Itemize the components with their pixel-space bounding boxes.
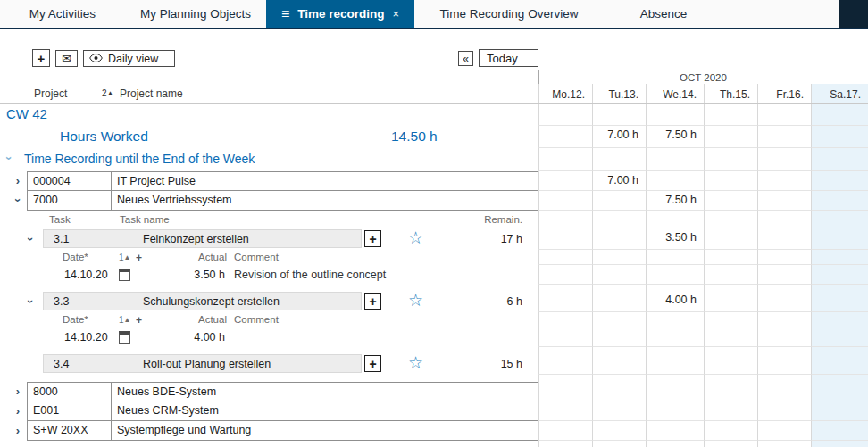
day-cell[interactable] xyxy=(538,291,592,312)
day-cell[interactable] xyxy=(592,401,646,421)
entry-actual-hours[interactable]: 3.50 h xyxy=(171,269,225,281)
day-cell[interactable] xyxy=(704,401,757,421)
day-cell[interactable] xyxy=(811,171,868,191)
day-cell[interactable] xyxy=(811,191,868,211)
task-code[interactable]: 3.1 xyxy=(54,233,69,245)
day-cell[interactable] xyxy=(704,382,757,401)
collapse-chevron-icon[interactable]: › xyxy=(29,295,32,308)
add-entry-button[interactable]: + xyxy=(364,230,381,247)
day-cell[interactable] xyxy=(646,401,704,421)
project-name-cell[interactable]: Neues BDE-System xyxy=(112,382,538,401)
day-cell[interactable] xyxy=(646,171,704,191)
day-cell[interactable] xyxy=(646,421,704,441)
day-cell[interactable] xyxy=(592,191,646,211)
day-cell[interactable] xyxy=(646,353,704,375)
day-cell[interactable] xyxy=(757,191,811,211)
column-header-project-name[interactable]: Project name xyxy=(120,87,183,100)
day-cell[interactable]: 7.50 h xyxy=(646,191,704,211)
project-name-cell[interactable]: Systempflege und Wartung xyxy=(112,421,538,441)
day-cell[interactable] xyxy=(704,353,757,375)
collapse-chevron-icon[interactable]: › xyxy=(7,152,11,165)
favorite-star-icon[interactable]: ☆ xyxy=(408,353,423,373)
day-cell[interactable] xyxy=(538,401,592,421)
tab-absence[interactable]: Absence xyxy=(604,0,723,28)
day-cell[interactable] xyxy=(646,382,704,401)
day-cell[interactable] xyxy=(538,382,592,401)
close-icon[interactable]: × xyxy=(393,7,400,21)
day-cell[interactable] xyxy=(538,171,592,191)
task-name[interactable]: Roll-out Planung erstellen xyxy=(143,358,271,370)
previous-button[interactable]: « xyxy=(458,51,473,66)
project-code-cell[interactable]: 7000 xyxy=(27,191,112,211)
collapse-chevron-icon[interactable]: › xyxy=(29,233,32,245)
tab-time-recording-overview[interactable]: Time Recording Overview xyxy=(414,0,604,28)
day-cell[interactable] xyxy=(592,353,646,375)
favorite-star-icon[interactable]: ☆ xyxy=(408,228,423,248)
view-select[interactable]: Daily view xyxy=(83,50,175,67)
day-cell[interactable] xyxy=(704,228,757,250)
tab-my-activities[interactable]: My Activities xyxy=(0,0,125,28)
project-name-cell[interactable]: Neues CRM-System xyxy=(112,401,538,421)
entry-date-field[interactable]: 14.10.20 xyxy=(64,269,108,281)
collapse-chevron-icon[interactable]: › xyxy=(13,194,23,207)
add-row-icon[interactable]: + xyxy=(136,252,142,264)
entry-date-field[interactable]: 14.10.20 xyxy=(64,331,108,344)
menu-icon[interactable]: ≡ xyxy=(281,6,289,22)
project-name-cell[interactable]: Neues Vertriebssystem xyxy=(112,191,538,211)
day-cell[interactable] xyxy=(592,421,646,441)
day-cell[interactable] xyxy=(811,382,868,401)
day-cell[interactable] xyxy=(757,382,811,401)
project-code-cell[interactable]: E001 xyxy=(27,401,112,421)
day-cell[interactable] xyxy=(592,291,646,312)
day-cell[interactable] xyxy=(811,401,868,421)
day-cell[interactable] xyxy=(704,171,757,191)
day-cell[interactable] xyxy=(538,353,592,375)
day-cell[interactable] xyxy=(592,382,646,401)
expand-chevron-icon[interactable]: › xyxy=(13,404,23,418)
calendar-icon[interactable] xyxy=(119,331,130,344)
favorite-star-icon[interactable]: ☆ xyxy=(408,291,423,310)
tab-my-planning-objects[interactable]: My Planning Objects xyxy=(125,0,266,28)
expand-chevron-icon[interactable]: › xyxy=(13,424,23,437)
day-cell[interactable] xyxy=(757,228,811,250)
day-cell[interactable]: 4.00 h xyxy=(646,291,704,312)
day-cell[interactable] xyxy=(811,228,868,250)
day-cell[interactable] xyxy=(704,421,757,441)
day-cell[interactable] xyxy=(538,421,592,441)
day-cell[interactable] xyxy=(704,191,757,211)
entry-comment[interactable]: Revision of the outline concept xyxy=(234,269,386,281)
day-cell[interactable] xyxy=(811,291,868,312)
task-code[interactable]: 3.3 xyxy=(54,295,69,308)
day-cell[interactable] xyxy=(592,228,646,250)
project-code-cell[interactable]: 000004 xyxy=(27,171,112,191)
day-cell[interactable]: 7.00 h xyxy=(592,171,646,191)
column-header-project[interactable]: Project xyxy=(34,87,67,100)
day-cell[interactable] xyxy=(757,401,811,421)
add-entry-button[interactable]: + xyxy=(364,355,381,372)
task-code[interactable]: 3.4 xyxy=(54,358,69,370)
project-code-cell[interactable]: 8000 xyxy=(27,382,112,401)
day-cell[interactable] xyxy=(757,291,811,312)
calendar-icon[interactable] xyxy=(119,269,130,281)
day-cell[interactable]: 3.50 h xyxy=(646,228,704,250)
project-name-cell[interactable]: IT Project Pulse xyxy=(112,171,538,191)
add-entry-button[interactable]: + xyxy=(364,293,381,310)
project-code-cell[interactable]: S+W 20XX xyxy=(27,421,112,441)
add-row-icon[interactable]: + xyxy=(136,314,142,327)
today-button[interactable]: Today xyxy=(479,49,538,67)
day-cell[interactable] xyxy=(811,353,868,375)
entry-actual-hours[interactable]: 4.00 h xyxy=(171,331,225,344)
day-cell[interactable] xyxy=(757,353,811,375)
mail-button[interactable]: ✉ xyxy=(55,50,78,67)
tab-time-recording[interactable]: ≡ Time recording × xyxy=(266,0,414,28)
day-cell[interactable] xyxy=(811,421,868,441)
day-cell[interactable] xyxy=(538,191,592,211)
day-cell[interactable] xyxy=(757,171,811,191)
day-cell[interactable] xyxy=(757,421,811,441)
add-button[interactable]: + xyxy=(32,49,50,67)
task-name[interactable]: Schulungskonzept erstellen xyxy=(143,295,280,308)
day-cell[interactable] xyxy=(704,291,757,312)
expand-chevron-icon[interactable]: › xyxy=(13,385,23,398)
expand-chevron-icon[interactable]: › xyxy=(13,174,23,187)
day-cell[interactable] xyxy=(538,228,592,250)
